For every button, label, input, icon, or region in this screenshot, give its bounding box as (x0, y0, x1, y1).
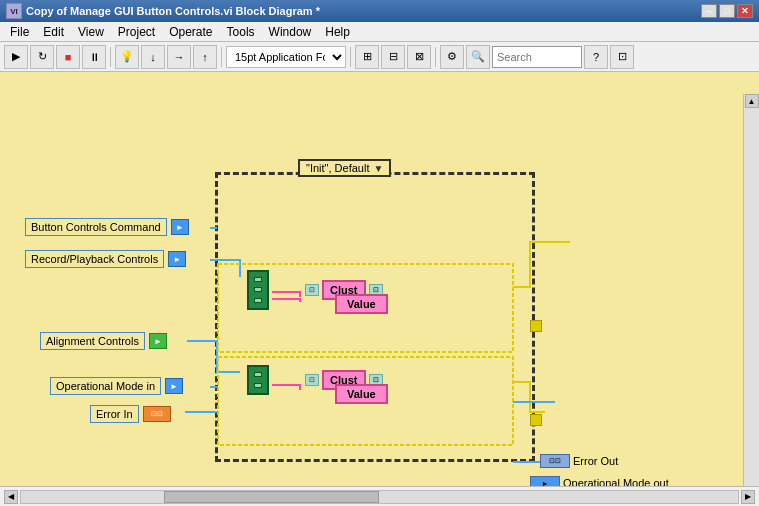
menu-file[interactable]: File (4, 23, 35, 41)
bottom-bar: ◀ ▶ (0, 486, 759, 506)
terminal-error-in-label: Error In (90, 405, 139, 423)
scroll-up-arrow[interactable]: ▲ (745, 94, 759, 108)
menu-operate[interactable]: Operate (163, 23, 218, 41)
toolbar-help-btn[interactable]: ? (584, 45, 608, 69)
scroll-right-arrow[interactable]: ▶ (741, 490, 755, 504)
junction-node-2 (530, 414, 542, 426)
terminal-record-playback: Record/Playback Controls ► (25, 250, 186, 268)
toolbar-pause-btn[interactable]: ⏸ (82, 45, 106, 69)
menu-window[interactable]: Window (263, 23, 318, 41)
bundle-pin-2 (254, 287, 262, 292)
bd-container: "Init", Default ▼ (10, 92, 739, 481)
menu-project[interactable]: Project (112, 23, 161, 41)
minimize-button[interactable]: ─ (701, 4, 717, 18)
menu-help[interactable]: Help (319, 23, 356, 41)
case-selector-label: "Init", Default (306, 162, 369, 174)
terminal-error-in-icon: ⊡⊡ (143, 406, 171, 422)
toolbar-highlight-btn[interactable]: 💡 (115, 45, 139, 69)
error-out-icon: ⊡⊡ (540, 454, 570, 468)
clust-left-terminal-1: ⊡ (305, 284, 319, 296)
vertical-scrollbar[interactable]: ▲ ▼ (743, 94, 759, 486)
bundle-pin-1 (254, 277, 262, 282)
maximize-button[interactable]: □ (719, 4, 735, 18)
toolbar-step-over-btn[interactable]: → (167, 45, 191, 69)
toolbar-step-out-btn[interactable]: ↑ (193, 45, 217, 69)
op-mode-out-terminal: ► Operational Mode out (530, 476, 669, 486)
menu-tools[interactable]: Tools (221, 23, 261, 41)
terminal-record-playback-icon: ► (168, 251, 186, 267)
horizontal-scrollbar[interactable] (20, 490, 739, 504)
terminal-button-controls: Button Controls Command ► (25, 218, 189, 236)
terminal-op-mode-in: Operational Mode in ► (50, 377, 183, 395)
window-title: Copy of Manage GUI Button Controls.vi Bl… (26, 5, 320, 17)
case-arrow-icon: ▼ (373, 163, 383, 174)
search-input[interactable] (492, 46, 582, 68)
terminal-button-controls-label: Button Controls Command (25, 218, 167, 236)
toolbar-env-btn[interactable]: ⚙ (440, 45, 464, 69)
scroll-thumb (164, 491, 379, 503)
value-label-2: Value (335, 384, 388, 404)
app-icon: VI (6, 3, 22, 19)
terminal-alignment: Alignment Controls ► (40, 332, 167, 350)
toolbar-align-btn[interactable]: ⊞ (355, 45, 379, 69)
bundle-node-upper (247, 270, 269, 310)
scroll-left-arrow[interactable]: ◀ (4, 490, 18, 504)
case-structure[interactable]: "Init", Default ▼ (215, 172, 535, 462)
menu-edit[interactable]: Edit (37, 23, 70, 41)
toolbar-resize-btn[interactable]: ⊠ (407, 45, 431, 69)
terminal-alignment-icon: ► (149, 333, 167, 349)
terminal-op-mode-in-label: Operational Mode in (50, 377, 161, 395)
toolbar-abort-btn[interactable]: ■ (56, 45, 80, 69)
op-mode-out-icon: ► (530, 476, 560, 486)
separator3 (350, 47, 351, 67)
font-selector[interactable]: 15pt Application Font (226, 46, 346, 68)
case-selector[interactable]: "Init", Default ▼ (298, 159, 391, 177)
terminal-error-in: Error In ⊡⊡ (90, 405, 171, 423)
terminal-op-mode-in-icon: ► (165, 378, 183, 394)
terminal-alignment-label: Alignment Controls (40, 332, 145, 350)
separator2 (221, 47, 222, 67)
toolbar-run-cont-btn[interactable]: ↻ (30, 45, 54, 69)
toolbar-dist-btn[interactable]: ⊟ (381, 45, 405, 69)
terminal-button-controls-icon: ► (171, 219, 189, 235)
toolbar-extra-btn[interactable]: ⊡ (610, 45, 634, 69)
block-diagram-canvas[interactable]: "Init", Default ▼ (0, 72, 759, 486)
menu-view[interactable]: View (72, 23, 110, 41)
error-out-terminal: ⊡⊡ Error Out (540, 454, 618, 468)
value-label-1: Value (335, 294, 388, 314)
op-mode-out-label: Operational Mode out (563, 477, 669, 486)
value-block-2: Value (335, 384, 388, 404)
bundle-pin-5 (254, 383, 262, 388)
bundle-pin-4 (254, 372, 262, 377)
clust-left-terminal-2: ⊡ (305, 374, 319, 386)
window-controls: ─ □ ✕ (701, 4, 753, 18)
separator1 (110, 47, 111, 67)
title-bar: VI Copy of Manage GUI Button Controls.vi… (0, 0, 759, 22)
toolbar-search-icon-btn[interactable]: 🔍 (466, 45, 490, 69)
junction-node-1 (530, 320, 542, 332)
value-block-1: Value (335, 294, 388, 314)
menu-bar: File Edit View Project Operate Tools Win… (0, 22, 759, 42)
separator4 (435, 47, 436, 67)
bundle-node-lower (247, 365, 269, 395)
toolbar: ▶ ↻ ■ ⏸ 💡 ↓ → ↑ 15pt Application Font ⊞ … (0, 42, 759, 72)
bundle-pin-3 (254, 298, 262, 303)
terminal-record-playback-label: Record/Playback Controls (25, 250, 164, 268)
close-button[interactable]: ✕ (737, 4, 753, 18)
toolbar-run-btn[interactable]: ▶ (4, 45, 28, 69)
toolbar-step-into-btn[interactable]: ↓ (141, 45, 165, 69)
error-out-label: Error Out (573, 455, 618, 467)
